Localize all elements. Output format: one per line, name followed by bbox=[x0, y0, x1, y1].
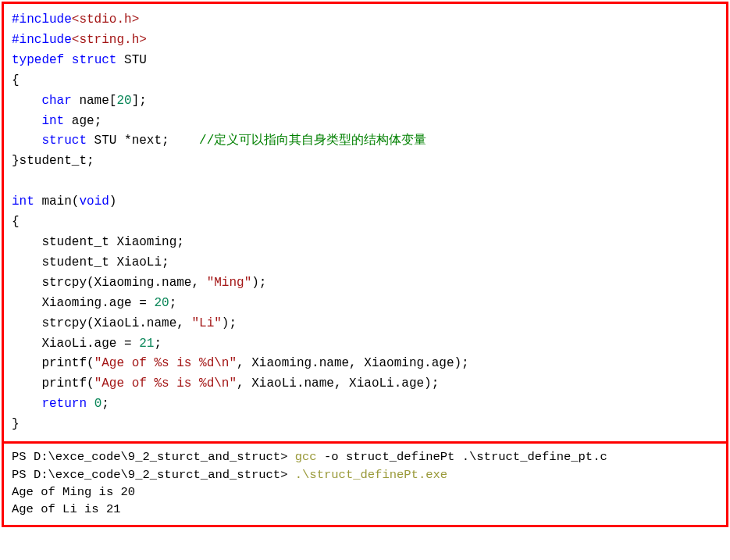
code-number: 20 bbox=[154, 296, 169, 310]
code-token: struct bbox=[64, 53, 116, 67]
code-token: 20 bbox=[116, 94, 131, 108]
terminal-prompt: PS D:\exce_code\9_2_sturct_and_struct> bbox=[12, 468, 295, 482]
code-string: "Age of %s is %d\n" bbox=[94, 356, 237, 370]
code-token: <string.h> bbox=[72, 33, 147, 47]
code-token: } bbox=[12, 417, 20, 431]
code-token: printf( bbox=[12, 356, 94, 370]
code-token: #include bbox=[12, 33, 72, 47]
code-token bbox=[87, 397, 94, 411]
code-number: 0 bbox=[94, 397, 102, 411]
code-token: ) bbox=[109, 194, 117, 209]
code-token: ; bbox=[169, 296, 177, 310]
code-token: struct bbox=[41, 134, 87, 148]
code-line: student_t Xiaoming; bbox=[12, 235, 184, 249]
code-token: , XiaoLi.name, XiaoLi.age); bbox=[237, 376, 439, 391]
code-token: strcpy(XiaoLi.name, bbox=[12, 316, 191, 330]
terminal-output: Age of Ming is 20 bbox=[12, 485, 135, 499]
code-token: STU *next; bbox=[87, 134, 199, 148]
code-token: { bbox=[12, 73, 20, 87]
code-editor-pane: #include<stdio.h> #include<string.h> typ… bbox=[4, 4, 726, 444]
code-token: Xiaoming.age = bbox=[12, 296, 154, 310]
code-token: { bbox=[12, 215, 20, 229]
code-token: ; bbox=[154, 337, 162, 351]
code-comment: //定义可以指向其自身类型的结构体变量 bbox=[199, 134, 426, 148]
code-string: "Li" bbox=[191, 316, 221, 330]
code-line: student_t XiaoLi; bbox=[12, 255, 169, 269]
code-indent bbox=[12, 134, 41, 148]
code-token: main( bbox=[34, 194, 80, 209]
code-token: STU bbox=[116, 53, 146, 67]
terminal-command: .\struct_definePt.exe bbox=[295, 468, 447, 482]
code-token: printf( bbox=[12, 376, 94, 391]
code-token: ); bbox=[222, 316, 237, 330]
code-token: char bbox=[41, 94, 71, 108]
terminal-pane: PS D:\exce_code\9_2_sturct_and_struct> g… bbox=[4, 444, 726, 525]
terminal-output: Age of Li is 21 bbox=[12, 502, 121, 516]
code-string: "Ming" bbox=[207, 276, 252, 290]
code-token: , Xiaoming.name, Xiaoming.age); bbox=[237, 356, 469, 370]
code-string: "Age of %s is %d\n" bbox=[94, 376, 237, 391]
code-token: }student_t; bbox=[12, 154, 94, 168]
screenshot-frame: #include<stdio.h> #include<string.h> typ… bbox=[2, 2, 728, 527]
code-token: strcpy(Xiaoming.name, bbox=[12, 276, 207, 290]
code-indent bbox=[12, 94, 41, 108]
code-token: void bbox=[79, 194, 109, 209]
code-token: int bbox=[41, 114, 64, 128]
code-token: <stdio.h> bbox=[72, 12, 139, 27]
code-token: XiaoLi.age = bbox=[12, 337, 139, 351]
code-indent bbox=[12, 114, 41, 128]
code-token: typedef bbox=[12, 53, 64, 67]
code-token: ); bbox=[251, 276, 266, 290]
code-token: ]; bbox=[132, 94, 147, 108]
terminal-args: -o struct_definePt .\struct_define_pt.c bbox=[324, 450, 607, 464]
code-token: int bbox=[12, 194, 34, 209]
code-indent bbox=[12, 397, 41, 411]
code-number: 21 bbox=[139, 337, 154, 351]
code-token: ; bbox=[101, 397, 109, 411]
terminal-command: gcc bbox=[295, 450, 324, 464]
code-token: name[ bbox=[72, 94, 117, 108]
code-token: #include bbox=[12, 12, 72, 27]
terminal-prompt: PS D:\exce_code\9_2_sturct_and_struct> bbox=[12, 450, 295, 464]
code-token: age; bbox=[64, 114, 101, 128]
code-token: return bbox=[41, 397, 87, 411]
